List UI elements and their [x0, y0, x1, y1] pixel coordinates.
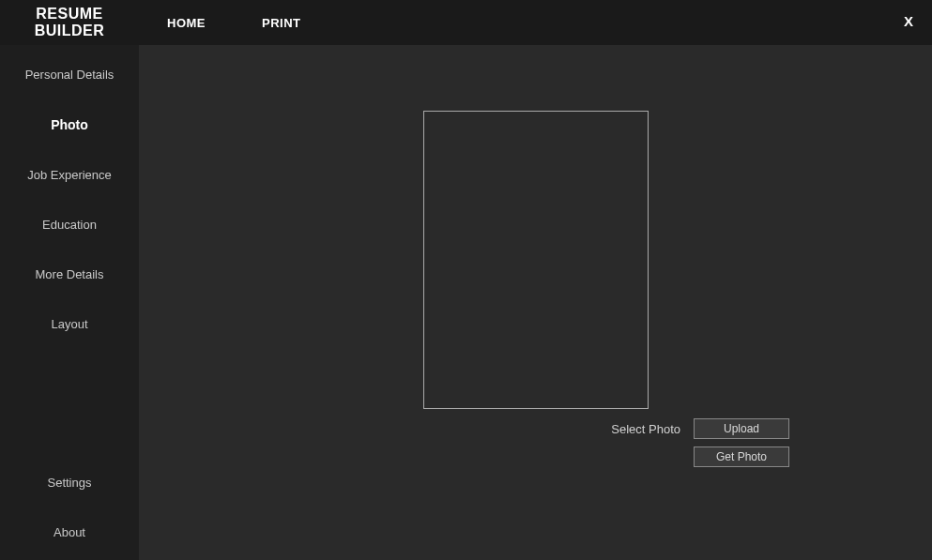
sidebar-item-settings[interactable]: Settings	[0, 461, 139, 505]
sidebar-item-photo[interactable]: Photo	[0, 102, 139, 147]
sidebar-item-label: Settings	[48, 476, 92, 490]
app-logo: RESUME BUILDER	[0, 6, 139, 39]
logo-line2: BUILDER	[0, 23, 139, 39]
sidebar-item-label: Layout	[51, 317, 87, 331]
get-photo-button[interactable]: Get Photo	[694, 446, 789, 467]
photo-preview-box[interactable]	[423, 111, 649, 409]
sidebar-item-about[interactable]: About	[0, 510, 139, 554]
sidebar: Personal Details Photo Job Experience Ed…	[0, 45, 139, 560]
sidebar-item-label: Photo	[51, 117, 88, 132]
nav-print[interactable]: PRINT	[262, 16, 301, 30]
close-button[interactable]: X	[904, 13, 913, 29]
main-content: Select Photo Upload Get Photo	[139, 45, 932, 560]
top-nav: HOME PRINT	[167, 16, 301, 30]
sidebar-item-label: About	[53, 525, 85, 539]
sidebar-item-label: Job Experience	[27, 168, 112, 182]
logo-line1: RESUME	[0, 6, 139, 23]
sidebar-item-label: More Details	[36, 267, 104, 281]
get-photo-row: Get Photo	[423, 446, 789, 467]
sidebar-item-layout[interactable]: Layout	[0, 302, 139, 346]
upload-row: Select Photo Upload	[423, 418, 789, 439]
sidebar-item-more-details[interactable]: More Details	[0, 252, 139, 296]
photo-controls: Select Photo Upload Get Photo	[423, 418, 789, 467]
sidebar-spacer	[0, 352, 139, 461]
sidebar-item-label: Education	[42, 218, 97, 232]
sidebar-item-job-experience[interactable]: Job Experience	[0, 153, 139, 197]
sidebar-item-label: Personal Details	[25, 68, 115, 82]
header: RESUME BUILDER HOME PRINT X	[0, 0, 932, 45]
upload-button[interactable]: Upload	[694, 418, 789, 439]
sidebar-item-personal-details[interactable]: Personal Details	[0, 53, 139, 97]
nav-home[interactable]: HOME	[167, 16, 206, 30]
select-photo-label: Select Photo	[611, 422, 680, 436]
sidebar-item-education[interactable]: Education	[0, 203, 139, 247]
body: Personal Details Photo Job Experience Ed…	[0, 45, 932, 560]
